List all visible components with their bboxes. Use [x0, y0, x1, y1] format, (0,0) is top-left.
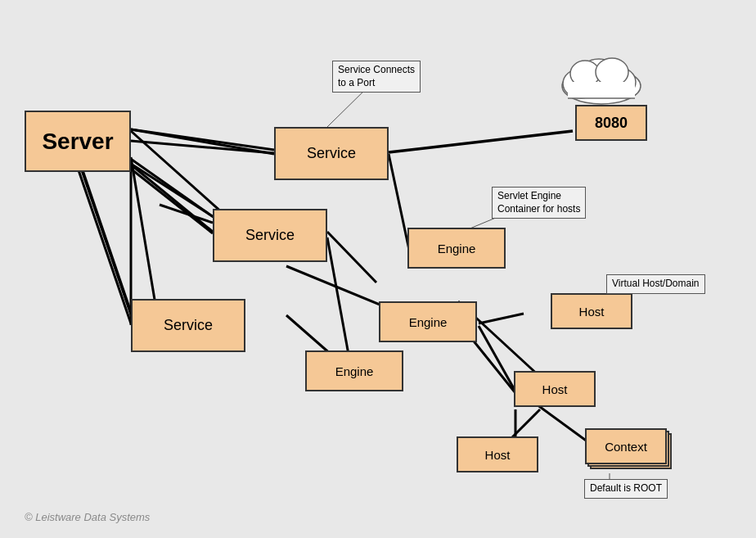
host1-box: Host: [551, 293, 632, 329]
service-connects-label: Service Connectsto a Port: [332, 61, 421, 93]
port-label: 8080: [595, 115, 628, 132]
host2-label: Host: [542, 382, 568, 396]
server-label: Server: [42, 129, 113, 155]
host3-label: Host: [485, 448, 511, 462]
engine3-label: Engine: [335, 364, 374, 378]
svg-line-0: [131, 141, 274, 153]
engine1-label: Engine: [438, 242, 476, 255]
port-box: 8080: [575, 105, 647, 141]
svg-line-13: [82, 168, 133, 319]
default-root-label: Default is ROOT: [584, 479, 668, 499]
svg-line-6: [131, 129, 274, 150]
svg-line-10: [131, 129, 274, 154]
svg-point-39: [596, 58, 628, 86]
context-label: Context: [605, 440, 647, 454]
host2-box: Host: [514, 371, 596, 407]
engine1-box: Engine: [407, 228, 506, 269]
virtual-host-label: Virtual Host/Domain: [606, 274, 705, 294]
diagram-container: 8080 Server Service Service Service Engi…: [0, 0, 756, 538]
server-box: Server: [25, 111, 131, 172]
watermark: © Leistware Data Systems: [25, 511, 150, 523]
service3-box: Service: [131, 299, 245, 352]
host3-box: Host: [457, 436, 538, 472]
engine3-box: Engine: [305, 350, 403, 391]
engine2-label: Engine: [409, 315, 448, 329]
svg-line-11: [131, 157, 158, 319]
svg-line-14: [160, 205, 213, 223]
service3-label: Service: [164, 317, 213, 334]
svg-rect-40: [568, 82, 635, 98]
service1-label: Service: [307, 145, 356, 162]
svg-line-5: [78, 168, 131, 323]
host1-label: Host: [579, 305, 605, 319]
svg-line-8: [82, 170, 133, 322]
svg-line-17: [327, 232, 376, 283]
service1-box: Service: [274, 127, 389, 180]
svg-line-22: [479, 326, 515, 391]
cloud-icon: [556, 49, 646, 106]
service2-box: Service: [213, 209, 327, 262]
servlet-engine-label: Servlet EngineContainer for hosts: [492, 187, 586, 219]
service2-label: Service: [245, 227, 295, 244]
context-front-box: Context: [585, 428, 667, 464]
engine2-box: Engine: [379, 301, 477, 342]
svg-line-16: [389, 131, 573, 152]
svg-line-21: [479, 314, 524, 323]
svg-line-15: [389, 154, 409, 250]
